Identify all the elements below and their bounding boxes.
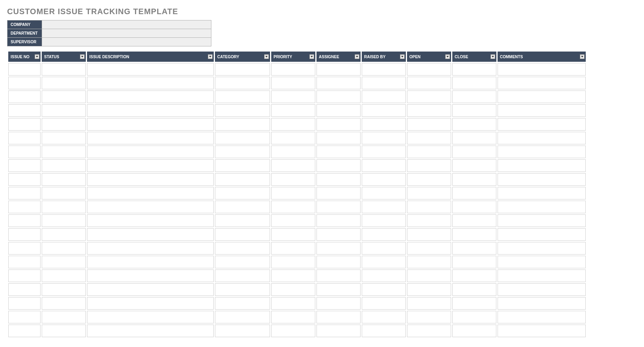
table-cell[interactable]: [87, 132, 214, 144]
table-cell[interactable]: [452, 187, 496, 199]
table-cell[interactable]: [362, 283, 406, 296]
table-cell[interactable]: [42, 297, 86, 310]
table-cell[interactable]: [316, 132, 361, 144]
table-cell[interactable]: [87, 104, 214, 117]
table-cell[interactable]: [498, 132, 586, 144]
table-cell[interactable]: [316, 77, 361, 89]
table-cell[interactable]: [407, 104, 451, 117]
table-cell[interactable]: [215, 159, 270, 172]
table-cell[interactable]: [215, 242, 270, 255]
table-cell[interactable]: [316, 118, 361, 131]
table-cell[interactable]: [362, 187, 406, 199]
filter-dropdown-icon[interactable]: [355, 54, 359, 59]
table-cell[interactable]: [42, 214, 86, 227]
table-cell[interactable]: [42, 187, 86, 199]
table-cell[interactable]: [271, 256, 315, 268]
table-cell[interactable]: [452, 242, 496, 255]
table-cell[interactable]: [215, 77, 270, 89]
table-cell[interactable]: [407, 242, 451, 255]
table-cell[interactable]: [407, 214, 451, 227]
table-cell[interactable]: [362, 214, 406, 227]
filter-dropdown-icon[interactable]: [400, 54, 405, 59]
table-cell[interactable]: [452, 214, 496, 227]
table-cell[interactable]: [271, 297, 315, 310]
table-cell[interactable]: [8, 256, 41, 268]
table-cell[interactable]: [362, 173, 406, 186]
table-cell[interactable]: [362, 242, 406, 255]
table-cell[interactable]: [42, 311, 86, 323]
table-cell[interactable]: [316, 173, 361, 186]
table-cell[interactable]: [87, 256, 214, 268]
table-cell[interactable]: [452, 118, 496, 131]
table-cell[interactable]: [316, 311, 361, 323]
table-cell[interactable]: [407, 90, 451, 103]
table-cell[interactable]: [316, 325, 361, 337]
table-cell[interactable]: [87, 214, 214, 227]
table-cell[interactable]: [498, 77, 586, 89]
table-cell[interactable]: [215, 118, 270, 131]
table-cell[interactable]: [8, 77, 41, 89]
table-cell[interactable]: [215, 228, 270, 241]
table-cell[interactable]: [452, 297, 496, 310]
table-cell[interactable]: [42, 159, 86, 172]
table-cell[interactable]: [42, 104, 86, 117]
table-cell[interactable]: [42, 283, 86, 296]
table-cell[interactable]: [362, 90, 406, 103]
table-cell[interactable]: [8, 242, 41, 255]
table-cell[interactable]: [271, 242, 315, 255]
table-cell[interactable]: [8, 283, 41, 296]
table-cell[interactable]: [452, 256, 496, 268]
filter-dropdown-icon[interactable]: [309, 54, 314, 59]
table-cell[interactable]: [42, 201, 86, 213]
table-cell[interactable]: [42, 77, 86, 89]
table-cell[interactable]: [42, 242, 86, 255]
table-cell[interactable]: [316, 269, 361, 282]
table-cell[interactable]: [8, 187, 41, 199]
filter-dropdown-icon[interactable]: [490, 54, 495, 59]
table-cell[interactable]: [362, 77, 406, 89]
table-cell[interactable]: [407, 283, 451, 296]
table-cell[interactable]: [271, 269, 315, 282]
table-cell[interactable]: [452, 228, 496, 241]
table-cell[interactable]: [42, 132, 86, 144]
table-cell[interactable]: [87, 325, 214, 337]
table-cell[interactable]: [452, 325, 496, 337]
filter-dropdown-icon[interactable]: [35, 54, 39, 59]
table-cell[interactable]: [407, 159, 451, 172]
table-cell[interactable]: [87, 118, 214, 131]
table-cell[interactable]: [8, 104, 41, 117]
table-cell[interactable]: [498, 242, 586, 255]
table-cell[interactable]: [8, 146, 41, 158]
table-cell[interactable]: [498, 187, 586, 199]
table-cell[interactable]: [42, 269, 86, 282]
table-cell[interactable]: [42, 63, 86, 76]
table-cell[interactable]: [362, 63, 406, 76]
table-cell[interactable]: [87, 269, 214, 282]
table-cell[interactable]: [498, 118, 586, 131]
table-cell[interactable]: [498, 63, 586, 76]
table-cell[interactable]: [316, 187, 361, 199]
table-cell[interactable]: [452, 90, 496, 103]
table-cell[interactable]: [498, 283, 586, 296]
table-cell[interactable]: [87, 159, 214, 172]
table-cell[interactable]: [316, 283, 361, 296]
table-cell[interactable]: [498, 325, 586, 337]
table-cell[interactable]: [452, 173, 496, 186]
table-cell[interactable]: [8, 63, 41, 76]
table-cell[interactable]: [271, 159, 315, 172]
table-cell[interactable]: [87, 146, 214, 158]
table-cell[interactable]: [316, 90, 361, 103]
table-cell[interactable]: [362, 159, 406, 172]
table-cell[interactable]: [452, 283, 496, 296]
table-cell[interactable]: [498, 173, 586, 186]
table-cell[interactable]: [87, 201, 214, 213]
table-cell[interactable]: [452, 77, 496, 89]
table-cell[interactable]: [8, 297, 41, 310]
table-cell[interactable]: [452, 269, 496, 282]
table-cell[interactable]: [407, 325, 451, 337]
table-cell[interactable]: [316, 146, 361, 158]
table-cell[interactable]: [42, 228, 86, 241]
table-cell[interactable]: [215, 173, 270, 186]
meta-department-value[interactable]: [42, 29, 211, 38]
table-cell[interactable]: [271, 173, 315, 186]
